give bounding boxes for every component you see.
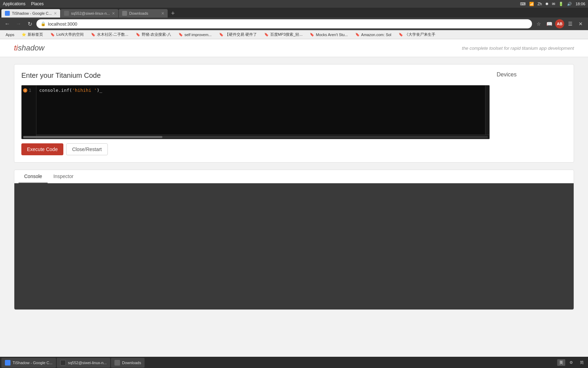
code-editor-wrapper: ! 1 console.inf('hihihi ')_ [21,85,490,139]
bookmark-daxue[interactable]: 🔖 《大学丧尸来生手 [396,31,438,38]
action-buttons: Execute Code Close/Restart [21,143,490,155]
close-button[interactable]: ✕ [576,19,585,28]
line-number-1: 1 [29,88,31,93]
page-body: Enter your Titanium Code ! 1 console.inf… [0,57,588,317]
editor-scrollbar-h[interactable] [22,135,489,139]
back-button[interactable]: ← [3,19,12,28]
taskbar-locale-btn[interactable]: 简 [577,358,587,368]
browser-tab-1[interactable]: TiShadow - Google C... × [1,9,60,18]
tab-nav: Console Inspector [14,170,574,183]
console-output [14,183,574,309]
tab-close-2[interactable]: × [112,11,115,16]
keyboard-icon[interactable]: ⌨ [520,2,526,6]
taskbar-item-downloads[interactable]: Downloads [111,358,145,368]
tab-close-1[interactable]: × [54,11,57,16]
bookmarks-bar: Apps ⭐ 新标签页 🔖 LioN大帝的空间 🔖 水木社区-二手数... 🔖 … [0,30,588,39]
bookmark-yezhu[interactable]: 🔖 野猪-农业搜索-八 [133,31,174,38]
taskbar-icon-terminal [60,360,66,366]
editor-content[interactable]: console.inf('hihihi ')_ [36,86,489,135]
apps-label: Apps [6,33,14,37]
forward-button[interactable]: → [14,19,23,28]
lang-indicator[interactable]: 英 [557,359,565,366]
tab-title-2: sq552@siwei-linux-n... [71,11,110,15]
tab-bar: TiShadow - Google C... × sq552@siwei-lin… [0,8,588,18]
bookmark-label-7: 百度MP3搜索_轻... [270,32,303,37]
tab-close-3[interactable]: × [161,11,164,16]
system-menubar: Applications Places ⌨ 📶 Zh ✱ ✉ 🔋 🔊 18:06 [0,0,588,8]
taskbar-label-tishadow: TiShadow - Google C... [13,361,52,365]
app-logo: tishadow [14,43,44,53]
applications-menu[interactable]: Applications [3,1,26,6]
close-restart-button[interactable]: Close/Restart [66,143,108,155]
bookmark-icon-9: 🔖 [355,32,360,37]
places-menu[interactable]: Places [31,1,44,6]
bookmark-baidu-mp3[interactable]: 🔖 百度MP3搜索_轻... [261,31,306,38]
tab-console[interactable]: Console [19,170,48,183]
browser-tab-3[interactable]: Downloads × [119,9,168,18]
devices-section: Devices [497,71,567,155]
bookmark-label-8: Mocks Aren't Stu... [316,33,348,37]
scrollbar-track [23,136,488,138]
taskbar-item-tishadow[interactable]: TiShadow - Google C... [1,358,56,368]
refresh-button[interactable]: ↻ [25,19,34,28]
bookmark-mocks[interactable]: 🔖 Mocks Aren't Stu... [307,32,350,38]
browser-chrome: TiShadow - Google C... × sq552@siwei-lin… [0,8,588,39]
menu-button[interactable]: ☰ [566,19,575,28]
system-menubar-left: Applications Places [3,1,44,6]
bookmark-shuimu[interactable]: 🔖 水木社区-二手数... [88,31,131,38]
editor-gutter: ! 1 [22,86,36,139]
zh-indicator: Zh [538,2,542,6]
bookmark-lion[interactable]: 🔖 LioN大帝的空间 [47,31,86,38]
browser-tab-2[interactable]: sq552@siwei-linux-n... × [61,9,118,18]
adblock-button[interactable]: AB [555,19,564,28]
code-line-1: console.inf('hihihi ')_ [39,87,486,94]
bookmark-label-1: 新标签页 [28,32,43,37]
bookmark-label-3: 水木社区-二手数... [97,32,128,37]
system-time: 18:06 [575,2,585,6]
taskbar-label-downloads: Downloads [122,361,141,365]
code-panel-body: Enter your Titanium Code ! 1 console.inf… [14,64,574,162]
taskbar-icon-downloads [114,360,120,366]
bookmark-apps[interactable]: Apps [3,32,17,38]
app-header: tishadow the complete toolset for rapid … [0,39,588,57]
bookmark-icon-10: 🔖 [398,32,403,37]
bookmark-amazon[interactable]: 🔖 Amazon.com: Sol [352,32,394,38]
new-tab-button[interactable]: + [168,9,178,18]
bookmark-hardware[interactable]: 🔖 【硬件交易 硬件了 [216,31,260,38]
bookmark-icon-4: 🔖 [135,32,140,37]
bookmark-icon-5: 🔖 [178,32,183,37]
taskbar-settings-btn[interactable]: ⚙ [567,358,576,368]
url-bar[interactable]: 🔒 localhost:3000 [36,19,532,28]
bookmark-self-improve[interactable]: 🔖 self improvem... [175,32,215,38]
bluetooth-icon[interactable]: ✱ [545,2,548,6]
tab-inspector[interactable]: Inspector [48,170,79,183]
scrollbar-thumb [23,136,162,138]
browser-actions: ☆ 📖 AB ☰ ✕ [534,19,585,28]
bookmark-label-10: 《大学丧尸来生手 [405,32,435,37]
reader-mode-button[interactable]: 📖 [545,19,554,28]
tab-favicon-3 [122,11,127,16]
bookmark-icon-6: 🔖 [219,32,224,37]
warning-icon-line-1: ! [23,88,27,93]
logo-shadow: shadow [18,43,44,52]
wifi-icon[interactable]: 📶 [529,2,534,6]
bookmark-label-6: 【硬件交易 硬件了 [225,32,257,37]
bookmark-xin-biao-qian-ye[interactable]: ⭐ 新标签页 [19,31,46,38]
line-1-row: ! 1 [22,87,36,94]
main-content: tishadow the complete toolset for rapid … [0,39,588,357]
bookmark-icon-3: 🔖 [91,32,96,37]
editor-scrollbar-v[interactable] [485,86,489,135]
tab-title-1: TiShadow - Google C... [12,11,52,15]
bookmark-label-5: self improvem... [184,33,212,37]
mail-icon[interactable]: ✉ [552,2,555,6]
console-inspector-panel: Console Inspector [14,170,574,310]
bookmark-label-4: 野猪-农业搜索-八 [142,32,171,37]
code-panel-title: Enter your Titanium Code [21,71,490,80]
taskbar-item-terminal[interactable]: sq552@siwei-linux-n... [57,358,110,368]
code-editor-section: Enter your Titanium Code ! 1 console.inf… [21,71,490,155]
taskbar-right: 英 ⚙ 简 [557,358,587,368]
star-button[interactable]: ☆ [534,19,543,28]
volume-icon[interactable]: 🔊 [567,2,572,6]
execute-code-button[interactable]: Execute Code [21,143,63,155]
code-panel: Enter your Titanium Code ! 1 console.inf… [14,64,574,163]
